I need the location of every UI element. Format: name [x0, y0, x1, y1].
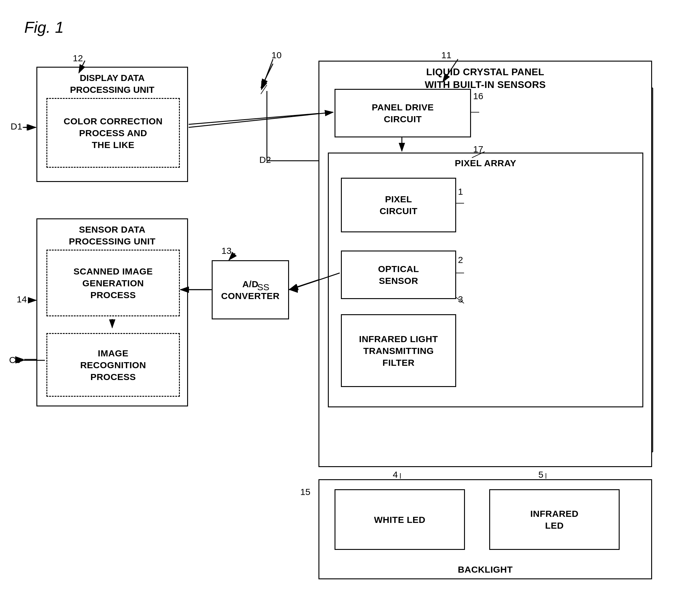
infrared-filter-box: INFRARED LIGHT TRANSMITTING FILTER	[341, 314, 456, 387]
panel-drive-circuit-box: PANEL DRIVE CIRCUIT	[334, 89, 471, 137]
sensor-data-processing-unit-box: SENSOR DATA PROCESSING UNIT SCANNED IMAG…	[37, 218, 188, 406]
scanned-image-box: SCANNED IMAGE GENERATION PROCESS	[46, 250, 180, 316]
d1-signal: D1	[10, 121, 22, 132]
ref-3: 3	[458, 294, 463, 304]
svg-line-24	[261, 85, 267, 94]
ref-17: 17	[473, 144, 483, 155]
image-recognition-label: IMAGE RECOGNITION PROCESS	[80, 347, 146, 383]
display-data-label: DISPLAY DATA PROCESSING UNIT	[37, 72, 187, 96]
ref-1: 1	[458, 187, 463, 197]
ref-11: 11	[441, 50, 451, 60]
liquid-crystal-label: LIQUID CRYSTAL PANEL WITH BUILT-IN SENSO…	[425, 66, 545, 90]
pixel-array-box: PIXEL ARRAY PIXEL CIRCUIT OPTICAL SENSOR…	[328, 153, 643, 407]
white-led-box: WHITE LED	[334, 489, 465, 550]
pixel-circuit-box: PIXEL CIRCUIT	[341, 178, 456, 232]
svg-line-30	[261, 59, 273, 90]
ref-15: 15	[300, 487, 310, 497]
white-led-label: WHITE LED	[374, 514, 425, 526]
svg-line-3	[189, 112, 333, 124]
pixel-circuit-label: PIXEL CIRCUIT	[379, 193, 417, 217]
color-correction-label: COLOR CORRECTION PROCESS AND THE LIKE	[64, 115, 163, 151]
color-correction-box: COLOR CORRECTION PROCESS AND THE LIKE	[46, 98, 180, 168]
ref-2: 2	[458, 255, 463, 265]
scanned-image-label: SCANNED IMAGE GENERATION PROCESS	[73, 265, 153, 301]
fig-title: Fig. 1	[24, 18, 64, 37]
ref-13: 13	[221, 246, 231, 256]
panel-drive-label: PANEL DRIVE CIRCUIT	[372, 101, 434, 125]
ref-16: 16	[473, 91, 483, 101]
ref-14: 14	[17, 294, 27, 304]
svg-line-6	[261, 64, 273, 88]
backlight-box: BACKLIGHT WHITE LED INFRARED LED	[319, 479, 652, 579]
ref-5: 5	[538, 469, 543, 480]
ref-10: 10	[272, 50, 281, 60]
ss-signal: SS	[257, 282, 269, 293]
sensor-data-label: SENSOR DATA PROCESSING UNIT	[69, 225, 156, 246]
backlight-label: BACKLIGHT	[458, 564, 513, 575]
infrared-led-label: INFRARED LED	[531, 508, 579, 531]
d2-signal: D2	[259, 155, 271, 165]
optical-sensor-box: OPTICAL SENSOR	[341, 251, 456, 299]
ad-converter-box: A/D CONVERTER	[212, 260, 289, 319]
ref-12: 12	[73, 53, 83, 63]
display-data-processing-unit-box: DISPLAY DATA PROCESSING UNIT COLOR CORRE…	[37, 67, 188, 182]
ref-4: 4	[393, 469, 398, 480]
svg-line-31	[189, 112, 333, 127]
pixel-array-label: PIXEL ARRAY	[455, 158, 516, 168]
image-recognition-box: IMAGE RECOGNITION PROCESS	[46, 333, 180, 397]
optical-sensor-label: OPTICAL SENSOR	[378, 263, 419, 287]
liquid-crystal-panel-box: LIQUID CRYSTAL PANEL WITH BUILT-IN SENSO…	[319, 61, 652, 467]
infrared-filter-label: INFRARED LIGHT TRANSMITTING FILTER	[359, 333, 438, 369]
ad-converter-label: A/D CONVERTER	[221, 278, 280, 302]
co-signal: Co	[9, 355, 21, 365]
infrared-led-box: INFRARED LED	[489, 489, 620, 550]
